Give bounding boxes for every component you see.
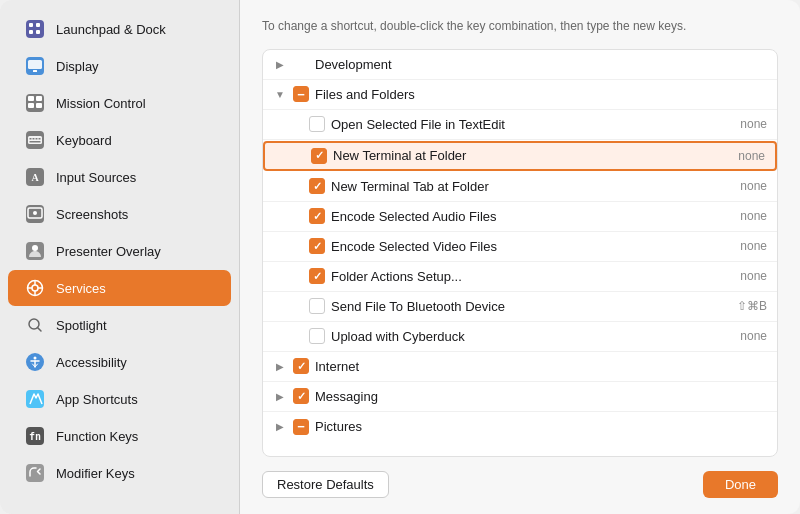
svg-text:fn: fn bbox=[29, 431, 41, 442]
tree-row-open-selected[interactable]: Open Selected File in TextEditnone bbox=[263, 110, 777, 140]
svg-rect-0 bbox=[26, 20, 44, 38]
presenter-icon bbox=[24, 240, 46, 262]
tree-row-encode-video[interactable]: ✓Encode Selected Video Filesnone bbox=[263, 232, 777, 262]
sidebar-item-spotlight[interactable]: Spotlight bbox=[8, 307, 231, 343]
shortcut-upload-cyberduck: none bbox=[740, 329, 767, 343]
row-label-upload-cyberduck: Upload with Cyberduck bbox=[331, 329, 734, 344]
sidebar-item-label-function: Function Keys bbox=[56, 429, 138, 444]
sidebar-item-label-launchpad: Launchpad & Dock bbox=[56, 22, 166, 37]
sidebar-item-launchpad[interactable]: Launchpad & Dock bbox=[8, 11, 231, 47]
svg-point-28 bbox=[32, 285, 38, 291]
sidebar-item-label-spotlight: Spotlight bbox=[56, 318, 107, 333]
svg-line-34 bbox=[38, 328, 42, 332]
checkbox-pictures[interactable]: − bbox=[293, 419, 309, 435]
display-icon bbox=[24, 55, 46, 77]
sidebar-item-services[interactable]: Services bbox=[8, 270, 231, 306]
tree-row-upload-cyberduck[interactable]: Upload with Cyberducknone bbox=[263, 322, 777, 352]
svg-rect-11 bbox=[28, 103, 34, 108]
checkbox-folder-actions[interactable]: ✓ bbox=[309, 268, 325, 284]
sidebar-item-function[interactable]: fnFunction Keys bbox=[8, 418, 231, 454]
tree-row-pictures[interactable]: ▶−Pictures bbox=[263, 412, 777, 442]
tree-row-development[interactable]: ▶Development bbox=[263, 50, 777, 80]
svg-rect-7 bbox=[33, 70, 37, 72]
tree-row-new-terminal-tab[interactable]: ✓New Terminal Tab at Foldernone bbox=[263, 172, 777, 202]
row-label-new-terminal-tab: New Terminal Tab at Folder bbox=[331, 179, 734, 194]
sidebar-item-display[interactable]: Display bbox=[8, 48, 231, 84]
restore-defaults-button[interactable]: Restore Defaults bbox=[262, 471, 389, 498]
sidebar-item-label-display: Display bbox=[56, 59, 99, 74]
checkbox-send-bluetooth[interactable] bbox=[309, 298, 325, 314]
modifier-icon bbox=[24, 462, 46, 484]
sidebar-item-accessibility[interactable]: Accessibility bbox=[8, 344, 231, 380]
row-label-open-selected: Open Selected File in TextEdit bbox=[331, 117, 734, 132]
sidebar-item-modifier[interactable]: Modifier Keys bbox=[8, 455, 231, 491]
svg-point-26 bbox=[32, 245, 38, 251]
svg-text:A: A bbox=[31, 172, 39, 183]
svg-point-36 bbox=[34, 357, 37, 360]
tree-row-new-terminal[interactable]: ✓New Terminal at Foldernone bbox=[263, 141, 777, 171]
sidebar-item-label-input: Input Sources bbox=[56, 170, 136, 185]
toggle-development[interactable]: ▶ bbox=[273, 57, 287, 71]
checkbox-messaging[interactable]: ✓ bbox=[293, 388, 309, 404]
svg-rect-4 bbox=[36, 30, 40, 34]
tree-row-folder-actions[interactable]: ✓Folder Actions Setup...none bbox=[263, 262, 777, 292]
tree-row-encode-audio[interactable]: ✓Encode Selected Audio Filesnone bbox=[263, 202, 777, 232]
checkbox-encode-video[interactable]: ✓ bbox=[309, 238, 325, 254]
sidebar-item-input[interactable]: AInput Sources bbox=[8, 159, 231, 195]
checkbox-new-terminal-tab[interactable]: ✓ bbox=[309, 178, 325, 194]
hint-text: To change a shortcut, double-click the k… bbox=[262, 18, 778, 35]
svg-rect-18 bbox=[39, 138, 41, 140]
checkbox-new-terminal[interactable]: ✓ bbox=[311, 148, 327, 164]
function-icon: fn bbox=[24, 425, 46, 447]
svg-rect-6 bbox=[28, 60, 42, 69]
checkbox-files-folders[interactable]: − bbox=[293, 86, 309, 102]
sidebar-item-keyboard[interactable]: Keyboard bbox=[8, 122, 231, 158]
svg-rect-15 bbox=[30, 138, 32, 140]
sidebar: Launchpad & DockDisplayMission ControlKe… bbox=[0, 0, 240, 514]
tree-row-files-folders[interactable]: ▼−Files and Folders bbox=[263, 80, 777, 110]
svg-rect-3 bbox=[29, 30, 33, 34]
section-label-pictures: Pictures bbox=[315, 419, 767, 434]
sidebar-item-label-presenter: Presenter Overlay bbox=[56, 244, 161, 259]
checkbox-open-selected[interactable] bbox=[309, 116, 325, 132]
section-label-internet: Internet bbox=[315, 359, 767, 374]
section-label-files-folders: Files and Folders bbox=[315, 87, 767, 102]
input-icon: A bbox=[24, 166, 46, 188]
row-label-folder-actions: Folder Actions Setup... bbox=[331, 269, 734, 284]
svg-rect-9 bbox=[28, 96, 34, 101]
svg-rect-2 bbox=[36, 23, 40, 27]
sidebar-item-appshortcuts[interactable]: App Shortcuts bbox=[8, 381, 231, 417]
toggle-pictures[interactable]: ▶ bbox=[273, 420, 287, 434]
tree-row-messaging[interactable]: ▶✓Messaging bbox=[263, 382, 777, 412]
sidebar-item-label-keyboard: Keyboard bbox=[56, 133, 112, 148]
sidebar-item-label-accessibility: Accessibility bbox=[56, 355, 127, 370]
sidebar-item-mission[interactable]: Mission Control bbox=[8, 85, 231, 121]
sidebar-item-screenshots[interactable]: Screenshots bbox=[8, 196, 231, 232]
checkbox-internet[interactable]: ✓ bbox=[293, 358, 309, 374]
shortcut-new-terminal-tab: none bbox=[740, 179, 767, 193]
section-label-messaging: Messaging bbox=[315, 389, 767, 404]
done-button[interactable]: Done bbox=[703, 471, 778, 498]
checkbox-upload-cyberduck[interactable] bbox=[309, 328, 325, 344]
checkbox-encode-audio[interactable]: ✓ bbox=[309, 208, 325, 224]
svg-rect-1 bbox=[29, 23, 33, 27]
keyboard-icon bbox=[24, 129, 46, 151]
sidebar-item-label-modifier: Modifier Keys bbox=[56, 466, 135, 481]
shortcut-open-selected: none bbox=[740, 117, 767, 131]
row-label-new-terminal: New Terminal at Folder bbox=[333, 148, 732, 163]
toggle-files-folders[interactable]: ▼ bbox=[273, 87, 287, 101]
svg-rect-19 bbox=[30, 141, 41, 143]
svg-rect-12 bbox=[36, 103, 42, 108]
toggle-internet[interactable]: ▶ bbox=[273, 359, 287, 373]
tree-row-internet[interactable]: ▶✓Internet bbox=[263, 352, 777, 382]
services-icon bbox=[24, 277, 46, 299]
toggle-messaging[interactable]: ▶ bbox=[273, 389, 287, 403]
row-label-encode-video: Encode Selected Video Files bbox=[331, 239, 734, 254]
sidebar-item-label-mission: Mission Control bbox=[56, 96, 146, 111]
sidebar-item-label-screenshots: Screenshots bbox=[56, 207, 128, 222]
svg-rect-10 bbox=[36, 96, 42, 101]
screenshots-icon bbox=[24, 203, 46, 225]
tree-row-send-bluetooth[interactable]: Send File To Bluetooth Device⇧⌘B bbox=[263, 292, 777, 322]
sidebar-item-presenter[interactable]: Presenter Overlay bbox=[8, 233, 231, 269]
svg-rect-37 bbox=[26, 390, 44, 408]
